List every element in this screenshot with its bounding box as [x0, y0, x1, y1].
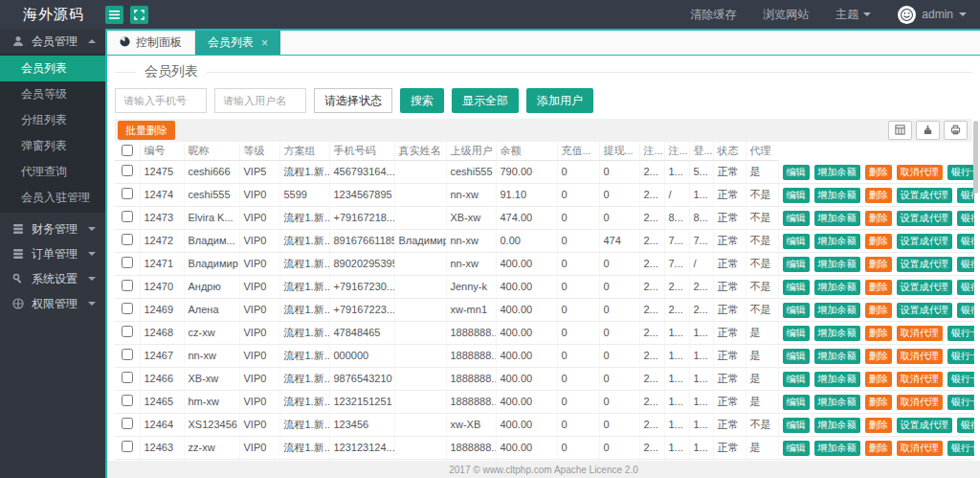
tab-dashboard[interactable]: 控制面板 — [107, 31, 195, 55]
bank-card-button[interactable]: 银行卡 — [957, 211, 974, 226]
edit-button[interactable]: 编辑 — [783, 165, 810, 180]
search-button[interactable]: 搜索 — [400, 88, 444, 113]
bank-card-button[interactable]: 银行卡 — [947, 395, 974, 410]
row-checkbox[interactable] — [122, 395, 133, 406]
add-balance-button[interactable]: 增加余额 — [814, 257, 860, 272]
add-balance-button[interactable]: 增加余额 — [814, 326, 860, 341]
sidebar-item-popup-list[interactable]: 弹窗列表 — [0, 133, 105, 159]
bank-card-button[interactable]: 银行卡 — [947, 441, 974, 456]
sidebar-item-member-level[interactable]: 会员等级 — [0, 81, 105, 107]
row-checkbox[interactable] — [122, 234, 133, 245]
edit-button[interactable]: 编辑 — [783, 188, 810, 203]
row-checkbox[interactable] — [122, 303, 133, 314]
delete-button[interactable]: 删除 — [865, 349, 892, 364]
delete-button[interactable]: 删除 — [865, 188, 892, 203]
bank-card-button[interactable]: 银行卡 — [947, 165, 974, 180]
sidebar-group-orders[interactable]: 订单管理 — [0, 241, 105, 266]
agent-action-button[interactable]: 取消代理 — [897, 326, 943, 341]
delete-button[interactable]: 删除 — [865, 211, 892, 226]
edit-button[interactable]: 编辑 — [783, 418, 810, 433]
fullscreen-button[interactable] — [130, 6, 148, 24]
edit-button[interactable]: 编辑 — [783, 280, 810, 295]
bank-card-button[interactable]: 银行卡 — [947, 372, 974, 387]
agent-action-button[interactable]: 设置成代理 — [897, 303, 952, 318]
bank-card-button[interactable]: 银行卡 — [957, 280, 974, 295]
delete-button[interactable]: 删除 — [865, 165, 892, 180]
row-checkbox[interactable] — [122, 441, 133, 452]
add-balance-button[interactable]: 增加余额 — [814, 372, 860, 387]
row-checkbox[interactable] — [122, 188, 133, 199]
sidebar-group-system[interactable]: 系统设置 — [0, 266, 105, 291]
row-checkbox[interactable] — [122, 257, 133, 268]
agent-action-button[interactable]: 取消代理 — [897, 349, 943, 364]
edit-button[interactable]: 编辑 — [783, 234, 810, 249]
delete-button[interactable]: 删除 — [865, 326, 892, 341]
add-balance-button[interactable]: 增加余额 — [814, 211, 860, 226]
agent-action-button[interactable]: 设置成代理 — [897, 280, 952, 295]
toggle-columns-button[interactable] — [888, 121, 912, 140]
browse-site-link[interactable]: 浏览网站 — [763, 7, 809, 23]
vertical-scrollbar[interactable] — [973, 121, 978, 193]
agent-action-button[interactable]: 设置成代理 — [897, 257, 952, 272]
delete-button[interactable]: 删除 — [865, 303, 892, 318]
delete-button[interactable]: 删除 — [865, 280, 892, 295]
show-all-button[interactable]: 显示全部 — [452, 88, 519, 113]
bank-card-button[interactable]: 银行卡 — [957, 418, 974, 433]
edit-button[interactable]: 编辑 — [783, 211, 810, 226]
add-balance-button[interactable]: 增加余额 — [814, 349, 860, 364]
sidebar-toggle-button[interactable] — [105, 6, 123, 24]
print-button[interactable] — [944, 121, 968, 140]
close-icon[interactable]: × — [261, 36, 268, 50]
bank-card-button[interactable]: 银行卡 — [957, 234, 974, 249]
row-checkbox[interactable] — [122, 372, 133, 383]
row-checkbox[interactable] — [122, 211, 133, 222]
bank-card-button[interactable]: 银行卡 — [947, 349, 974, 364]
export-button[interactable] — [916, 121, 940, 140]
batch-delete-button[interactable]: 批量删除 — [118, 121, 175, 140]
edit-button[interactable]: 编辑 — [783, 303, 810, 318]
sidebar-item-group-list[interactable]: 分组列表 — [0, 107, 105, 133]
delete-button[interactable]: 删除 — [865, 257, 892, 272]
add-balance-button[interactable]: 增加余额 — [814, 234, 860, 249]
row-checkbox[interactable] — [122, 165, 133, 176]
select-all-checkbox[interactable] — [122, 145, 133, 156]
agent-action-button[interactable]: 设置成代理 — [897, 188, 952, 203]
user-menu[interactable]: admin — [898, 6, 967, 24]
delete-button[interactable]: 删除 — [865, 418, 892, 433]
agent-action-button[interactable]: 设置成代理 — [897, 211, 952, 226]
add-balance-button[interactable]: 增加余额 — [814, 165, 860, 180]
edit-button[interactable]: 编辑 — [783, 257, 810, 272]
agent-action-button[interactable]: 设置成代理 — [897, 234, 952, 249]
theme-menu[interactable]: 主题 — [835, 7, 871, 23]
sidebar-item-agent-query[interactable]: 代理查询 — [0, 159, 105, 185]
edit-button[interactable]: 编辑 — [783, 395, 810, 410]
add-balance-button[interactable]: 增加余额 — [814, 303, 860, 318]
bank-card-button[interactable]: 银行卡 — [957, 257, 974, 272]
status-select[interactable]: 请选择状态 — [314, 88, 392, 113]
agent-action-button[interactable]: 取消代理 — [897, 165, 943, 180]
agent-action-button[interactable]: 取消代理 — [897, 372, 943, 387]
delete-button[interactable]: 删除 — [865, 372, 892, 387]
delete-button[interactable]: 删除 — [865, 234, 892, 249]
row-checkbox[interactable] — [122, 280, 133, 291]
edit-button[interactable]: 编辑 — [783, 441, 810, 456]
add-balance-button[interactable]: 增加余额 — [814, 188, 860, 203]
sidebar-group-member[interactable]: 会员管理 — [0, 29, 105, 54]
bank-card-button[interactable]: 银行卡 — [957, 303, 974, 318]
edit-button[interactable]: 编辑 — [783, 372, 810, 387]
add-balance-button[interactable]: 增加余额 — [814, 280, 860, 295]
row-checkbox[interactable] — [122, 418, 133, 429]
edit-button[interactable]: 编辑 — [783, 326, 810, 341]
add-balance-button[interactable]: 增加余额 — [814, 418, 860, 433]
username-input[interactable] — [214, 88, 306, 113]
agent-action-button[interactable]: 取消代理 — [897, 441, 943, 456]
add-balance-button[interactable]: 增加余额 — [814, 395, 860, 410]
bank-card-button[interactable]: 银行卡 — [957, 188, 974, 203]
add-balance-button[interactable]: 增加余额 — [814, 441, 860, 456]
add-user-button[interactable]: 添加用户 — [526, 88, 593, 113]
row-checkbox[interactable] — [122, 326, 133, 337]
row-checkbox[interactable] — [122, 349, 133, 360]
sidebar-group-permission[interactable]: 权限管理 — [0, 291, 105, 316]
clear-cache-link[interactable]: 清除缓存 — [690, 7, 736, 23]
sidebar-item-member-entry[interactable]: 会员入驻管理 — [0, 185, 105, 211]
